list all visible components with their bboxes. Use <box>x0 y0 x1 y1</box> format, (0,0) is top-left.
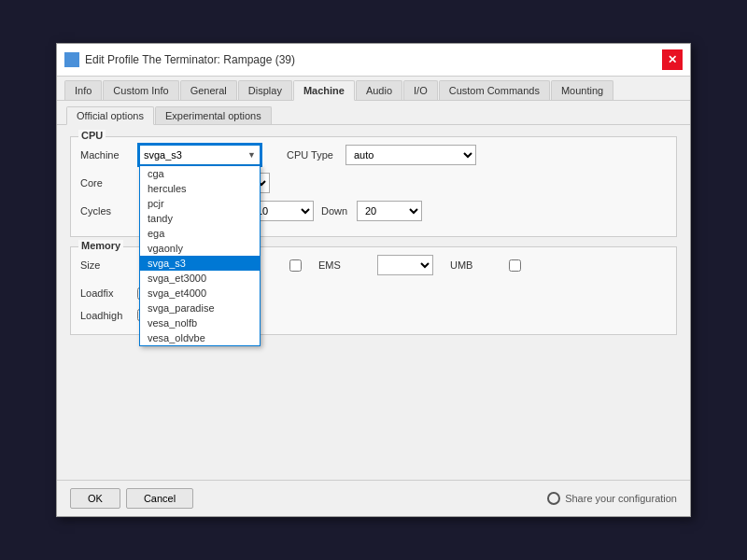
ems-label: EMS <box>318 259 370 271</box>
machine-dropdown[interactable]: svga_s3 ▼ <box>139 145 261 165</box>
tab-audio[interactable]: Audio <box>356 80 402 100</box>
tab-machine[interactable]: Machine <box>293 80 355 101</box>
machine-option-svga-s3[interactable]: svga_s3 <box>140 256 260 271</box>
main-tabs: Info Custom Info General Display Machine… <box>64 80 683 100</box>
machine-dropdown-list: cga hercules pcjr tandy ega vgaonly svga… <box>139 165 261 346</box>
machine-option-tandy[interactable]: tandy <box>140 211 260 226</box>
dialog-titlebar: Edit Profile The Terminator: Rampage (39… <box>57 44 690 77</box>
xms-checkbox[interactable] <box>289 259 302 272</box>
cpu-type-label: CPU Type <box>287 149 338 161</box>
close-button[interactable]: ✕ <box>662 49 683 70</box>
tab-general[interactable]: General <box>180 80 237 100</box>
umb-label: UMB <box>450 259 501 271</box>
cpu-section-title: CPU <box>78 130 106 141</box>
dialog-title: Edit Profile The Terminator: Rampage (39… <box>64 52 295 67</box>
tab-custom-commands[interactable]: Custom Commands <box>439 80 550 100</box>
tab-display[interactable]: Display <box>238 80 292 100</box>
machine-option-svga-et3000[interactable]: svga_et3000 <box>140 271 260 286</box>
footer-buttons: OK Cancel <box>70 488 193 509</box>
core-label: Core <box>80 177 132 189</box>
loadhigh-label: Loadhigh <box>80 310 132 321</box>
size-label: Size <box>80 259 132 271</box>
subtabs: Official options Experimental options <box>66 106 681 124</box>
cpu-section: CPU Machine svga_s3 ▼ cga hercules pcjr … <box>70 136 677 237</box>
machine-dropdown-arrow: ▼ <box>247 150 256 160</box>
machine-option-vesa-nolfb[interactable]: vesa_nolfb <box>140 315 260 330</box>
main-tabs-container: Info Custom Info General Display Machine… <box>57 77 690 101</box>
share-icon <box>547 492 560 505</box>
subtab-official[interactable]: Official options <box>66 106 154 125</box>
machine-dropdown-container: svga_s3 ▼ cga hercules pcjr tandy ega vg… <box>139 145 261 165</box>
machine-option-ega[interactable]: ega <box>140 226 260 241</box>
machine-dropdown-value: svga_s3 <box>144 149 182 161</box>
machine-option-hercules[interactable]: hercules <box>140 181 260 196</box>
share-button[interactable]: Share your configuration <box>547 492 677 505</box>
ok-button[interactable]: OK <box>70 488 120 509</box>
machine-option-pcjr[interactable]: pcjr <box>140 196 260 211</box>
machine-option-vesa-oldvbe[interactable]: vesa_oldvbe <box>140 330 260 345</box>
machine-option-cga[interactable]: cga <box>140 166 260 181</box>
ems-select[interactable] <box>377 255 433 275</box>
share-label: Share your configuration <box>565 493 677 504</box>
tab-io[interactable]: I/O <box>403 80 438 100</box>
tab-info[interactable]: Info <box>64 80 102 100</box>
tab-custom-info[interactable]: Custom Info <box>103 80 178 100</box>
dialog-footer: OK Cancel Share your configuration <box>57 480 690 516</box>
dialog-title-text: Edit Profile The Terminator: Rampage (39… <box>85 53 295 66</box>
subtab-experimental[interactable]: Experimental options <box>155 106 272 124</box>
main-content: CPU Machine svga_s3 ▼ cga hercules pcjr … <box>57 125 690 480</box>
cancel-button[interactable]: Cancel <box>126 488 193 509</box>
cpu-type-select[interactable]: auto 386 486 pentium <box>345 145 476 165</box>
cycles-label: Cycles <box>80 205 132 217</box>
loadfix-label: Loadfix <box>80 287 132 299</box>
memory-section-title: Memory <box>78 240 123 251</box>
edit-profile-dialog: Edit Profile The Terminator: Rampage (39… <box>56 43 691 517</box>
down-select[interactable]: 20 25 50 100 <box>357 201 422 221</box>
subtabs-container: Official options Experimental options <box>57 101 690 125</box>
tab-mounting[interactable]: Mounting <box>551 80 613 100</box>
machine-option-svga-et4000[interactable]: svga_et4000 <box>140 286 260 301</box>
machine-row: Machine svga_s3 ▼ cga hercules pcjr tand… <box>80 145 667 165</box>
machine-option-svga-paradise[interactable]: svga_paradise <box>140 301 260 315</box>
umb-checkbox[interactable] <box>509 259 521 272</box>
dialog-title-icon <box>64 52 79 67</box>
machine-label: Machine <box>80 149 132 161</box>
down-label: Down <box>321 205 349 217</box>
machine-option-vgaonly[interactable]: vgaonly <box>140 241 260 256</box>
